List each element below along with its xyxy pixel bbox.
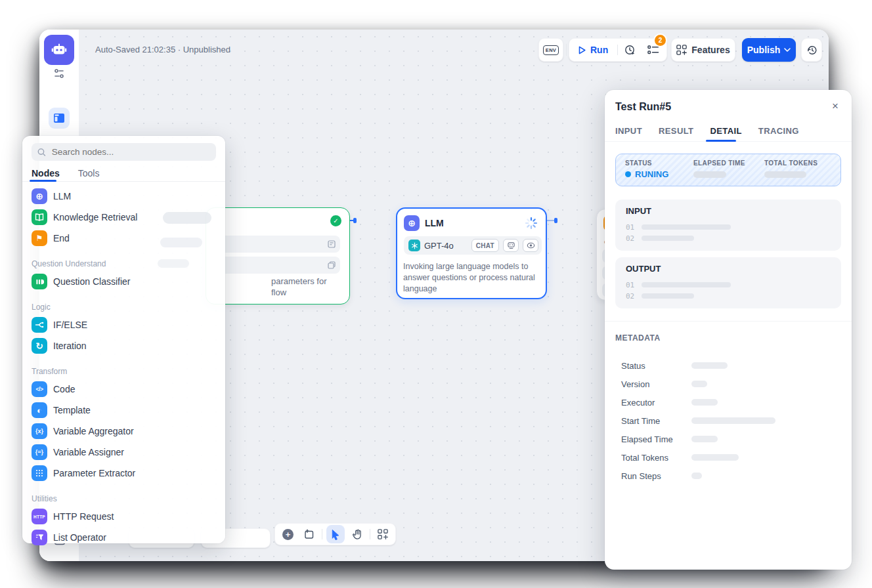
- palette-item-list-operator[interactable]: List Operator: [22, 527, 225, 548]
- metadata-label: Start Time: [621, 416, 691, 426]
- item-label: Iteration: [53, 341, 87, 351]
- metadata-label: Run Steps: [621, 471, 691, 481]
- close-icon[interactable]: ×: [828, 99, 842, 114]
- metadata-row: Version: [621, 375, 835, 393]
- test-run-panel: Test Run#5 × INPUT RESULT DETAIL TRACING…: [605, 90, 852, 570]
- llm-node[interactable]: ⊕ LLM GPT-4o CHAT: [396, 207, 547, 299]
- sidebar-workflow-button[interactable]: [49, 108, 70, 129]
- input-skeleton: [642, 224, 731, 230]
- panel-title: Test Run#5: [615, 101, 671, 113]
- palette-item-knowledge-retrieval[interactable]: Knowledge Retrieval: [22, 207, 225, 228]
- organize-button[interactable]: [374, 526, 391, 543]
- tab-detail[interactable]: DETAIL: [710, 126, 741, 136]
- item-label: LLM: [53, 191, 71, 201]
- search-input[interactable]: [51, 146, 210, 158]
- template-icon: ◐: [32, 402, 47, 418]
- gpt-model-icon: [408, 240, 420, 251]
- run-control-group: Run 2: [569, 38, 667, 62]
- input-card-title: INPUT: [626, 206, 651, 216]
- organize-icon: [378, 529, 388, 539]
- run-button[interactable]: Run: [569, 45, 617, 55]
- palette-item-question-classifier[interactable]: Question Classifier: [22, 271, 225, 292]
- item-label: Variable Assigner: [53, 447, 124, 457]
- input-skeleton: [642, 236, 694, 241]
- chat-mode-badge: CHAT: [471, 239, 499, 252]
- item-label: End: [53, 233, 70, 243]
- app-logo[interactable]: [44, 35, 74, 65]
- metadata-row: Start Time: [621, 411, 835, 430]
- item-label: Question Classifier: [53, 276, 131, 287]
- palette-item-variable-aggregator[interactable]: {x} Variable Aggregator: [22, 421, 225, 442]
- pointer-tool-button[interactable]: [326, 525, 345, 543]
- palette-item-if-else[interactable]: IF/ELSE: [22, 314, 225, 335]
- spinner-icon: [525, 217, 538, 230]
- tokens-skeleton: [764, 171, 806, 178]
- palette-item-parameter-extractor[interactable]: Parameter Extractor: [22, 463, 225, 484]
- palette-item-llm[interactable]: ⊕ LLM: [22, 186, 225, 207]
- metadata-skeleton: [691, 399, 718, 406]
- palette-item-code[interactable]: </> Code: [22, 379, 225, 400]
- features-label: Features: [691, 45, 730, 55]
- palette-item-variable-assigner[interactable]: {=} Variable Assigner: [22, 442, 225, 463]
- metadata-skeleton: [691, 454, 739, 461]
- success-check-icon: ✓: [330, 215, 341, 226]
- version-history-button[interactable]: [801, 38, 822, 62]
- section-logic: Logic: [22, 292, 225, 314]
- palette-item-template[interactable]: ◐ Template: [22, 400, 225, 421]
- model-name: GPT-4o: [424, 241, 468, 251]
- iteration-icon: ↻: [32, 338, 47, 354]
- section-utilities: Utilities: [22, 484, 225, 506]
- node-search-box[interactable]: [32, 143, 216, 161]
- metadata-skeleton: [691, 472, 702, 479]
- model-selector[interactable]: GPT-4o CHAT: [404, 236, 542, 255]
- start-field-row[interactable]: [214, 257, 340, 274]
- tab-input[interactable]: INPUT: [615, 126, 642, 136]
- input-card: INPUT 01 02: [615, 200, 841, 251]
- tab-result[interactable]: RESULT: [659, 126, 693, 136]
- palette-item-end[interactable]: ⚑ End: [22, 228, 225, 249]
- metadata-title: METADATA: [615, 333, 661, 343]
- edge-port: [554, 218, 557, 223]
- metadata-row: Run Steps: [621, 467, 835, 485]
- active-tab-underline: [30, 180, 56, 182]
- metadata-skeleton: [691, 362, 728, 369]
- start-node[interactable]: ✓ parameters for flow: [206, 207, 350, 304]
- search-icon: [37, 148, 46, 157]
- run-history-icon: [624, 45, 636, 56]
- palette-item-iteration[interactable]: ↻ Iteration: [22, 335, 225, 356]
- metadata-label: Executor: [621, 398, 691, 408]
- output-card-title: OUTPUT: [626, 264, 661, 274]
- start-node-description-line1: parameters for: [271, 276, 327, 286]
- item-label: HTTP Request: [53, 511, 114, 522]
- env-button[interactable]: ENV: [538, 38, 563, 62]
- line-number: 01: [626, 281, 634, 289]
- env-icon: ENV: [543, 45, 559, 55]
- version-history-icon: [806, 45, 817, 56]
- llm-icon: ⊕: [32, 188, 47, 204]
- http-request-icon: HTTP: [32, 509, 47, 524]
- sidebar-settings-button[interactable]: [52, 68, 66, 79]
- code-icon: </>: [32, 381, 47, 397]
- tab-tools[interactable]: Tools: [78, 168, 100, 178]
- item-label: IF/ELSE: [53, 320, 87, 330]
- add-note-button[interactable]: [301, 526, 318, 543]
- add-node-button[interactable]: +: [280, 526, 297, 543]
- palette-item-http-request[interactable]: HTTP HTTP Request: [22, 506, 225, 527]
- metadata-skeleton: [691, 436, 718, 442]
- publish-button[interactable]: Publish: [742, 38, 796, 62]
- start-field-row[interactable]: [214, 236, 340, 253]
- run-history-button[interactable]: [618, 45, 642, 56]
- screenshot-stage: Auto-Saved 21:02:35 · Unpublished ENV Ru…: [0, 0, 872, 588]
- palette-tabs: Nodes Tools: [32, 165, 216, 181]
- tab-tracing[interactable]: TRACING: [758, 126, 799, 136]
- output-card: OUTPUT 01 02: [615, 257, 841, 308]
- features-icon: [676, 45, 687, 55]
- hand-tool-button[interactable]: [349, 526, 366, 543]
- chevron-down-icon: [784, 48, 791, 52]
- features-button[interactable]: Features: [671, 38, 735, 62]
- llm-node-title: LLM: [425, 218, 444, 228]
- if-else-icon: [32, 317, 47, 333]
- status-text: RUNING: [635, 169, 668, 179]
- run-label: Run: [590, 45, 608, 55]
- tab-nodes[interactable]: Nodes: [32, 168, 60, 178]
